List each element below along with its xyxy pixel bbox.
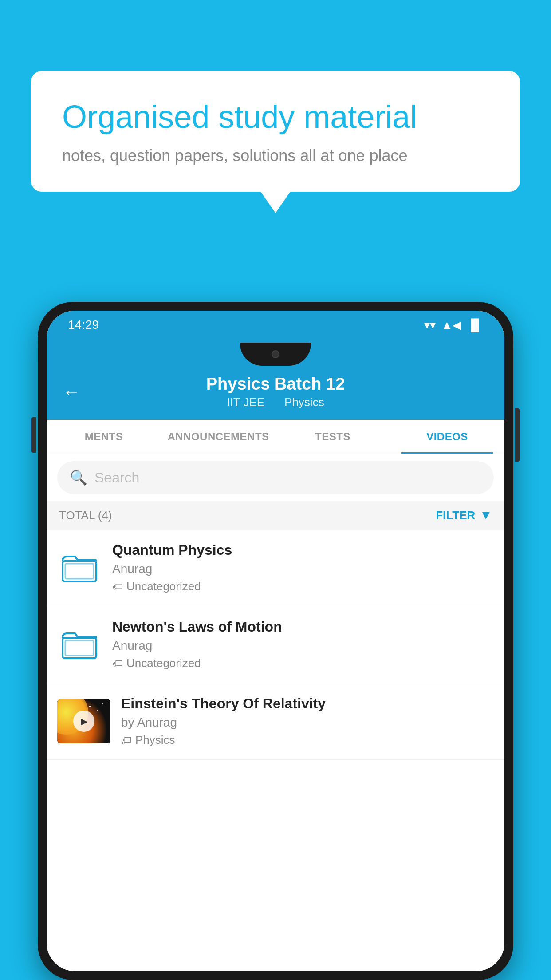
camera [272,350,279,358]
bubble-title: Organised study material [62,98,489,136]
tag-icon: 🏷 [121,734,132,747]
header-subtitle: IIT JEE Physics [206,395,345,409]
item-author: by Anurag [121,715,494,730]
item-tag: 🏷 Uncategorized [112,580,494,593]
notch-area [47,339,504,366]
search-icon: 🔍 [70,469,87,486]
tab-videos[interactable]: VIDEOS [390,420,504,454]
tab-tests[interactable]: TESTS [276,420,390,454]
folder-svg [62,552,97,583]
item-author: Anurag [112,639,494,653]
item-info: Newton's Laws of Motion Anurag 🏷 Uncateg… [112,619,494,670]
folder-icon [57,624,102,664]
svg-rect-1 [65,564,94,579]
header-title-block: Physics Batch 12 IIT JEE Physics [206,375,345,409]
item-title: Einstein's Theory Of Relativity [121,695,494,712]
tag-icon: 🏷 [112,581,123,593]
folder-icon [57,548,102,588]
content-list: Quantum Physics Anurag 🏷 Uncategorized [47,530,504,971]
total-count: TOTAL (4) [59,509,112,522]
phone-container: 14:29 ▾▾ ▲◀ ▐▌ ← Physics Batch 12 [38,302,513,980]
item-title: Newton's Laws of Motion [112,619,494,635]
search-box[interactable]: 🔍 Search [57,461,494,494]
list-item[interactable]: Quantum Physics Anurag 🏷 Uncategorized [47,530,504,606]
item-author: Anurag [112,562,494,576]
item-info: Einstein's Theory Of Relativity by Anura… [121,695,494,747]
item-info: Quantum Physics Anurag 🏷 Uncategorized [112,542,494,593]
search-container: 🔍 Search [47,454,504,501]
item-tag: 🏷 Uncategorized [112,656,494,670]
speech-bubble: Organised study material notes, question… [31,71,520,192]
header-subtitle-physics: Physics [284,395,324,409]
battery-icon: ▐▌ [467,318,483,332]
phone-outer: 14:29 ▾▾ ▲◀ ▐▌ ← Physics Batch 12 [38,302,513,980]
item-title: Quantum Physics [112,542,494,558]
search-placeholder: Search [94,470,139,486]
tab-announcements[interactable]: ANNOUNCEMENTS [161,420,276,454]
back-button[interactable]: ← [63,382,80,402]
tabs-bar: MENTS ANNOUNCEMENTS TESTS VIDEOS [47,420,504,454]
header-title: Physics Batch 12 [206,375,345,394]
app-header: ← Physics Batch 12 IIT JEE Physics [47,366,504,420]
bubble-subtitle: notes, question papers, solutions all at… [62,146,489,165]
status-bar: 14:29 ▾▾ ▲◀ ▐▌ [47,311,504,339]
header-subtitle-iit: IIT JEE [227,395,264,409]
list-item[interactable]: ▶ Einstein's Theory Of Relativity by Anu… [47,683,504,760]
tag-label: Uncategorized [126,656,201,670]
speech-bubble-section: Organised study material notes, question… [31,71,520,192]
filter-button[interactable]: FILTER ▼ [436,508,492,522]
play-button[interactable]: ▶ [73,711,94,732]
status-icons: ▾▾ ▲◀ ▐▌ [424,318,483,332]
filter-icon: ▼ [480,508,492,522]
filter-label: FILTER [436,509,475,522]
filter-bar: TOTAL (4) FILTER ▼ [47,501,504,530]
tag-label: Uncategorized [126,580,201,593]
tag-label: Physics [135,733,175,747]
svg-rect-3 [65,640,94,656]
notch [240,343,311,366]
tab-ments[interactable]: MENTS [47,420,161,454]
video-thumbnail: ▶ [57,699,110,743]
list-item[interactable]: Newton's Laws of Motion Anurag 🏷 Uncateg… [47,606,504,683]
tag-icon: 🏷 [112,657,123,670]
signal-icon: ▲◀ [441,318,461,332]
phone-screen: 14:29 ▾▾ ▲◀ ▐▌ ← Physics Batch 12 [47,311,504,971]
status-time: 14:29 [68,318,99,332]
item-tag: 🏷 Physics [121,733,494,747]
folder-svg [62,629,97,660]
wifi-icon: ▾▾ [424,318,436,332]
